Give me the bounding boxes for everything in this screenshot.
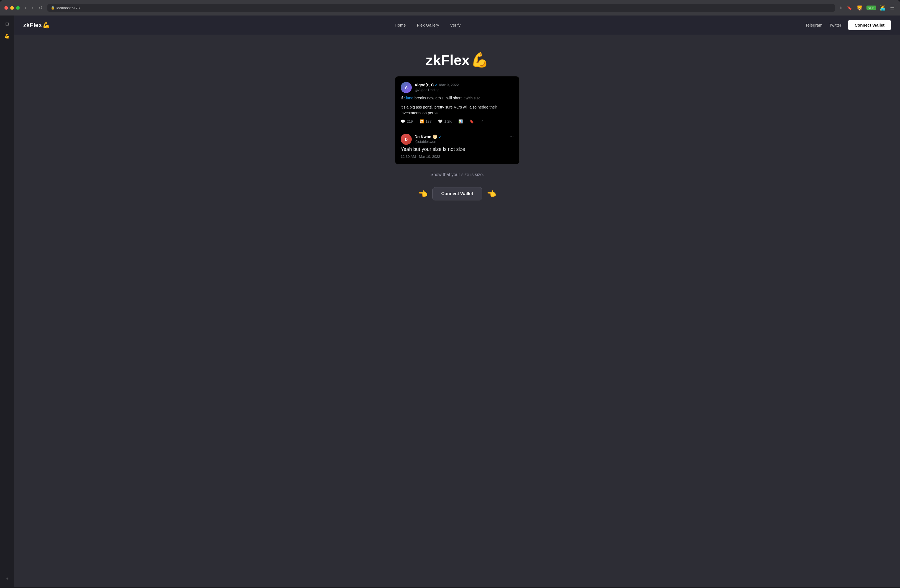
share-action[interactable]: ↗ [481,119,484,124]
original-tweet: A Algod(τ, τ) ✓ Mar 9, 2022 @AlgodTradin… [401,82,514,128]
algod-handle: @AlgodTrading [414,88,459,93]
retweet-icon: 🔁 [419,119,424,124]
do-kwon-display-name: Do Kwon 🌕 ✓ [414,134,442,139]
luna-mention: $luna [404,96,413,100]
do-kwon-name-block: Do Kwon 🌕 ✓ @stablekwon [414,134,442,144]
tweet-bookmark-icon: 🔖 [469,119,474,124]
analytics-icon: 📊 [458,119,463,124]
left-point-emoji: 👈 [418,189,428,198]
like-action[interactable]: 🤍 1.2K [438,119,452,124]
reply-action[interactable]: 💬 219 [401,119,413,124]
logo-text: zkFlex [23,22,42,29]
lock-icon: 🔒 [51,6,55,10]
bookmark-action[interactable]: 🔖 [469,119,474,124]
reply-icon: 💬 [401,119,405,124]
nav-flex-gallery[interactable]: Flex Gallery [417,23,439,28]
like-icon: 🤍 [438,119,442,124]
nav-verify[interactable]: Verify [450,23,461,28]
tweet-share-icon: ↗ [481,119,484,124]
reply-timestamp: 12:30 AM · Mar 10, 2022 [401,155,514,159]
bookmark-icon[interactable]: 🔖 [846,5,853,11]
do-kwon-handle: @stablekwon [414,139,442,144]
do-kwon-author-info: D Do Kwon 🌕 ✓ @stablekwon [401,134,442,145]
original-tweet-text-1: If $luna breaks new ath's i will short i… [401,95,514,101]
algod-avatar: A [401,82,412,93]
sidebar-muscle-icon[interactable]: 💪 [2,31,12,41]
navbar-connect-wallet-button[interactable]: Connect Wallet [848,20,891,30]
hero-title: zkFlex💪 [426,51,489,68]
tweet-author-info: A Algod(τ, τ) ✓ Mar 9, 2022 @AlgodTradin… [401,82,459,93]
share-icon[interactable]: ⬆ [838,5,844,11]
back-button[interactable]: ‹ [23,4,28,11]
close-button[interactable] [5,6,8,10]
tweet-header: A Algod(τ, τ) ✓ Mar 9, 2022 @AlgodTradin… [401,82,514,93]
do-kwon-avatar: D [401,134,412,145]
do-kwon-verified: ✓ [438,134,442,139]
url-text: localhost:5173 [56,6,80,10]
main-content: zkFlex💪 Home Flex Gallery Verify Telegra… [14,15,900,587]
logo-emoji: 💪 [42,22,50,29]
algod-verified: ✓ [435,82,438,87]
logo[interactable]: zkFlex💪 [23,22,50,29]
analytics-action[interactable]: 📊 [458,119,463,124]
navbar-center: Home Flex Gallery Verify [395,23,461,28]
hero-title-emoji: 💪 [471,51,489,68]
reply-more-icon[interactable]: ··· [510,134,514,139]
tweet-card: A Algod(τ, τ) ✓ Mar 9, 2022 @AlgodTradin… [395,76,520,164]
minimize-button[interactable] [10,6,14,10]
fullscreen-button[interactable] [16,6,20,10]
navbar: zkFlex💪 Home Flex Gallery Verify Telegra… [14,15,900,35]
hero-connect-wallet-button[interactable]: Connect Wallet [432,187,483,200]
hero-section: zkFlex💪 A Algod(τ, τ) ✓ [14,35,900,223]
vpn-badge[interactable]: VPN [866,6,876,10]
nav-telegram[interactable]: Telegram [805,23,822,28]
address-bar[interactable]: 🔒 localhost:5173 [47,4,835,12]
reply-count: 219 [407,119,413,124]
sidebar-panel-icon[interactable]: ⊟ [2,19,12,29]
retweet-count: 137 [426,119,432,124]
tweet-original-date: Mar 9, 2022 [439,83,459,87]
navbar-right: Telegram Twitter Connect Wallet [805,20,891,30]
hero-tagline: Show that your size is size. [431,172,484,177]
tweet-more-icon[interactable]: ··· [510,82,514,88]
do-kwon-moon-emoji: 🌕 [433,134,437,139]
sidebar: ⊟ 💪 ＋ [0,15,14,587]
menu-icon[interactable]: ☰ [889,4,895,12]
reply-tweet: D Do Kwon 🌕 ✓ @stablekwon [401,133,514,159]
original-tweet-text-2: it's a big ass ponzi, pretty sure VC's w… [401,104,514,116]
like-count: 1.2K [444,119,452,124]
reload-button[interactable]: ↺ [37,4,44,12]
sidebar-add-icon[interactable]: ＋ [2,574,12,583]
cta-area: 👈 Connect Wallet 👈 [418,187,497,200]
reply-tweet-text: Yeah but your size is not size [401,147,514,152]
hero-title-text: zkFlex [426,52,470,68]
tweet-actions: 💬 219 🔁 137 🤍 1.2K [401,119,514,124]
extensions-icon[interactable]: 🦁 [855,3,864,12]
forward-button[interactable]: › [30,4,35,11]
retweet-action[interactable]: 🔁 137 [419,119,432,124]
algod-display-name: Algod(τ, τ) ✓ Mar 9, 2022 [414,82,459,87]
right-point-emoji: 👈 [487,189,496,198]
profile-icon[interactable]: 🧑‍💻 [878,4,887,12]
nav-twitter[interactable]: Twitter [829,23,841,28]
nav-home[interactable]: Home [395,23,406,28]
reply-tweet-header: D Do Kwon 🌕 ✓ @stablekwon [401,134,514,145]
tweet-name-block: Algod(τ, τ) ✓ Mar 9, 2022 @AlgodTrading [414,82,459,92]
